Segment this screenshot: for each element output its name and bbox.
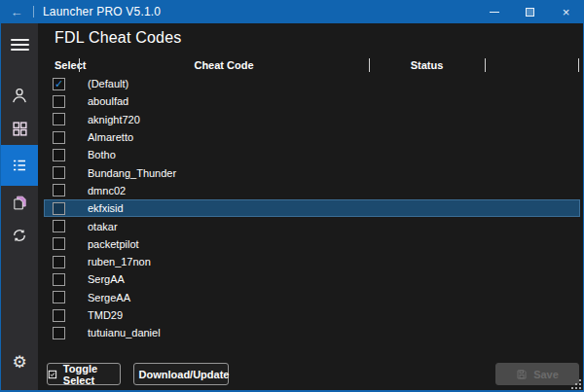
row-checkbox[interactable] bbox=[53, 113, 65, 125]
table-row[interactable]: tutuianu_daniel bbox=[44, 324, 580, 341]
cheat-code-name: aknight720 bbox=[88, 114, 140, 125]
sidebar-menu-button[interactable] bbox=[1, 28, 38, 61]
row-checkbox[interactable] bbox=[53, 95, 65, 108]
download-update-button[interactable]: Download/Update bbox=[133, 363, 229, 385]
row-checkbox[interactable] bbox=[53, 273, 65, 286]
close-icon: × bbox=[563, 6, 570, 18]
close-button[interactable]: × bbox=[548, 0, 584, 23]
cheat-code-name: TMD29 bbox=[88, 309, 123, 321]
row-checkbox[interactable] bbox=[53, 131, 65, 144]
cheat-code-name: dmnc02 bbox=[88, 185, 126, 196]
check-square-icon bbox=[48, 369, 57, 380]
table-row[interactable]: aknight720 bbox=[44, 111, 580, 128]
maximize-button[interactable] bbox=[512, 0, 548, 23]
column-header-status[interactable]: Status bbox=[369, 59, 485, 71]
cheat-code-name: ruben_17non bbox=[88, 256, 151, 267]
save-button[interactable]: Save bbox=[495, 363, 579, 385]
hamburger-icon bbox=[11, 36, 29, 53]
table-row[interactable]: Almaretto bbox=[44, 128, 580, 146]
save-label: Save bbox=[533, 369, 559, 380]
row-checkbox[interactable] bbox=[53, 166, 65, 179]
cheat-code-name: ekfxisid bbox=[88, 202, 124, 214]
sidebar-spacer bbox=[1, 252, 38, 345]
row-checkbox[interactable] bbox=[53, 291, 65, 303]
cheat-code-name: Bundang_Thunder bbox=[88, 167, 176, 179]
table-row[interactable]: otakar bbox=[44, 217, 580, 234]
column-divider[interactable] bbox=[578, 58, 579, 72]
sidebar-item-sync[interactable] bbox=[1, 219, 38, 252]
sidebar-item-copy[interactable] bbox=[1, 186, 38, 219]
cheat-code-name: aboulfad bbox=[88, 95, 128, 107]
column-header-cheat-code[interactable]: Cheat Code bbox=[79, 59, 369, 71]
back-button[interactable]: ← bbox=[0, 5, 33, 19]
main-content: FDL Cheat Codes Select Cheat Code Status… bbox=[38, 23, 583, 390]
cheat-code-name: otakar bbox=[88, 221, 118, 232]
row-checkbox[interactable] bbox=[53, 184, 65, 196]
cheat-code-name: SergAA bbox=[88, 273, 125, 285]
page-title: FDL Cheat Codes bbox=[55, 29, 181, 47]
sidebar-item-cheat-codes[interactable] bbox=[1, 145, 38, 186]
row-checkbox[interactable] bbox=[53, 327, 65, 339]
table-row[interactable]: SergeAA bbox=[44, 289, 580, 306]
titlebar-divider bbox=[33, 6, 34, 18]
pages-icon bbox=[12, 195, 28, 211]
sidebar: ⚙ bbox=[1, 23, 38, 390]
title-bar: ← Launcher PRO V5.1.0 × bbox=[0, 0, 584, 23]
row-checkbox[interactable]: ✓ bbox=[53, 78, 65, 90]
table-row[interactable]: ruben_17non bbox=[44, 253, 580, 270]
cheat-code-name: packetpilot bbox=[88, 238, 139, 250]
window-title: Launcher PRO V5.1.0 bbox=[43, 5, 161, 18]
row-checkbox[interactable] bbox=[53, 309, 65, 322]
column-divider[interactable] bbox=[485, 58, 486, 72]
maximize-icon bbox=[526, 8, 534, 17]
gear-icon: ⚙ bbox=[12, 354, 26, 371]
cheat-code-name: Botho bbox=[88, 149, 116, 160]
cheat-code-list: ✓ (Default) aboulfad aknight720 Almarett… bbox=[44, 75, 580, 341]
row-checkbox[interactable] bbox=[53, 220, 65, 232]
table-row[interactable]: TMD29 bbox=[44, 306, 580, 324]
sidebar-item-apps[interactable] bbox=[1, 112, 38, 145]
cheat-code-name: SergeAA bbox=[88, 292, 130, 303]
refresh-icon bbox=[11, 227, 28, 244]
grid-icon bbox=[12, 121, 28, 137]
save-icon bbox=[516, 369, 528, 380]
table-row[interactable]: Botho bbox=[44, 146, 580, 163]
row-checkbox[interactable] bbox=[53, 237, 65, 250]
row-checkbox[interactable] bbox=[53, 202, 65, 215]
row-checkbox[interactable] bbox=[53, 256, 65, 268]
table-row[interactable]: Bundang_Thunder bbox=[44, 163, 580, 181]
row-checkbox[interactable] bbox=[53, 149, 65, 161]
table-row[interactable]: dmnc02 bbox=[44, 182, 580, 199]
minimize-icon bbox=[490, 12, 499, 13]
sidebar-item-settings[interactable]: ⚙ bbox=[1, 345, 38, 378]
resize-grip[interactable] bbox=[570, 378, 582, 390]
person-icon bbox=[10, 86, 29, 105]
app-window: ← Launcher PRO V5.1.0 × bbox=[0, 0, 584, 392]
table-row[interactable]: packetpilot bbox=[44, 235, 580, 253]
minimize-button[interactable] bbox=[476, 0, 512, 23]
table-row[interactable]: ekfxisid bbox=[44, 199, 580, 217]
sidebar-item-profile[interactable] bbox=[1, 79, 38, 112]
download-update-label: Download/Update bbox=[139, 369, 230, 380]
cheat-code-name: Almaretto bbox=[88, 131, 133, 143]
toggle-select-button[interactable]: Toggle Select bbox=[47, 363, 121, 385]
table-header: Select Cheat Code Status bbox=[38, 58, 583, 74]
table-row[interactable]: aboulfad bbox=[44, 92, 580, 110]
table-row[interactable]: SergAA bbox=[44, 270, 580, 288]
list-icon bbox=[11, 157, 28, 174]
cheat-code-name: (Default) bbox=[88, 78, 128, 89]
cheat-code-name: tutuianu_daniel bbox=[88, 327, 161, 339]
table-row[interactable]: ✓ (Default) bbox=[44, 75, 580, 92]
toggle-select-label: Toggle Select bbox=[63, 363, 120, 386]
